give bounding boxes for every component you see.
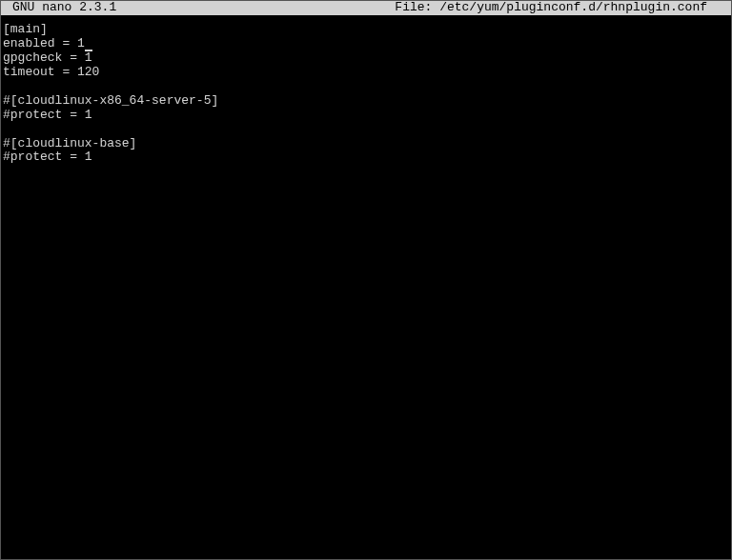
editor-line: #[cloudlinux-x86_64-server-5] xyxy=(3,94,729,109)
line-text: enabled = 1 xyxy=(3,36,85,50)
editor-line: timeout = 120 xyxy=(3,66,729,80)
editor-line: [main] xyxy=(3,23,729,37)
editor-line: #[cloudlinux-base] xyxy=(3,137,729,151)
editor-line: enabled = 1 xyxy=(3,37,729,51)
editor-content[interactable]: [main]enabled = 1gpgcheck = 1timeout = 1… xyxy=(1,21,731,165)
nano-app-name: GNU nano 2.3.1 xyxy=(1,1,116,15)
editor-line xyxy=(3,123,729,137)
file-path: /etc/yum/pluginconf.d/rhnplugin.conf xyxy=(439,0,707,14)
nano-title-bar: GNU nano 2.3.1 File: /etc/yum/pluginconf… xyxy=(1,1,731,15)
file-label: File: xyxy=(395,0,439,14)
nano-file-info: File: /etc/yum/pluginconf.d/rhnplugin.co… xyxy=(395,1,731,15)
editor-line: #protect = 1 xyxy=(3,109,729,123)
editor-line: #protect = 1 xyxy=(3,150,729,165)
editor-line: gpgcheck = 1 xyxy=(3,51,729,66)
editor-line xyxy=(3,80,729,94)
